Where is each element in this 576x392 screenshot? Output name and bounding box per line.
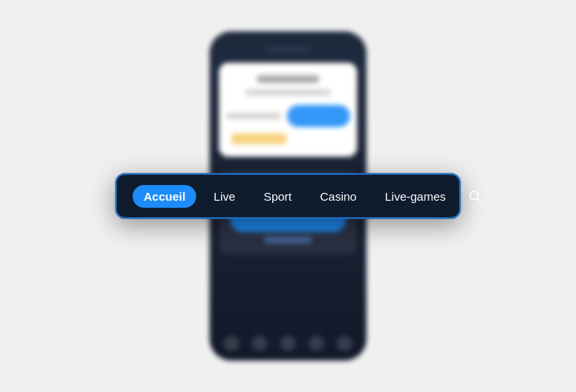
navigation-bar: Accueil Live Sport Casino Live-games xyxy=(115,173,461,219)
nav-item-live[interactable]: Live xyxy=(202,185,246,208)
nav-item-sport[interactable]: Sport xyxy=(253,185,303,208)
nav-item-accueil[interactable]: Accueil xyxy=(133,185,196,208)
nav-item-live-games[interactable]: Live-games xyxy=(374,185,457,208)
nav-item-casino[interactable]: Casino xyxy=(309,185,368,208)
svg-line-1 xyxy=(477,198,480,201)
search-button[interactable] xyxy=(463,184,487,208)
search-icon xyxy=(468,189,482,203)
